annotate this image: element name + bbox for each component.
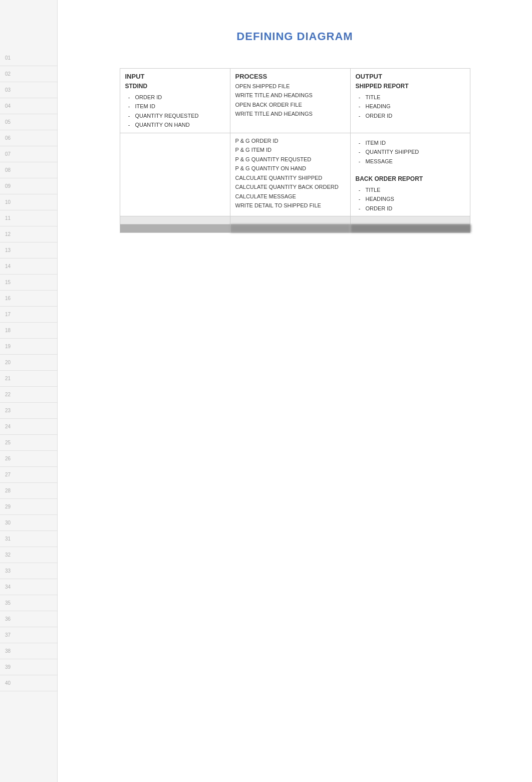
input-header-col: INPUT STDIND -ORDER ID -ITEM ID -QUANTIT… <box>120 69 230 133</box>
margin-line: 08 <box>0 162 57 178</box>
margin-line: 34 <box>0 579 57 595</box>
margin-line: 35 <box>0 595 57 611</box>
page-title: DEFINING DIAGRAM <box>78 30 512 43</box>
process-item: CALCULATE QUANTITY BACK ORDERD <box>235 182 345 192</box>
input-subheader: STDIND <box>125 82 225 91</box>
margin-line: 38 <box>0 643 57 659</box>
margin-line: 16 <box>0 291 57 307</box>
margin-line: 29 <box>0 499 57 515</box>
margin-line: 04 <box>0 98 57 114</box>
shipped-report-items-2: -ITEM ID -QUANTITY SHIPPED -MESSAGE <box>356 138 466 166</box>
process-item: P & G QUANTITY ON HAND <box>235 164 345 173</box>
process-items-list: OPEN SHIPPED FILE WRITE TITLE AND HEADIN… <box>235 82 345 119</box>
diagram-middle-row: P & G ORDER ID P & G ITEM ID P & G QUANT… <box>120 133 470 217</box>
output-middle-col: -ITEM ID -QUANTITY SHIPPED -MESSAGE BACK… <box>351 133 471 216</box>
shipped-report-items: -TITLE -HEADING -ORDER ID <box>356 93 466 121</box>
output-item: -HEADINGS <box>356 194 466 204</box>
margin-line: 40 <box>0 675 57 691</box>
margin-line: 36 <box>0 611 57 627</box>
input-header: INPUT <box>125 72 225 82</box>
process-header: PROCESS <box>235 72 345 82</box>
margin-line: 03 <box>0 82 57 98</box>
process-item: WRITE TITLE AND HEADINGS <box>235 91 345 100</box>
process-item: P & G ITEM ID <box>235 145 345 155</box>
output-item: -QUANTITY SHIPPED <box>356 147 466 157</box>
diagram-shaded-row-1 <box>120 216 470 224</box>
margin-line: 05 <box>0 114 57 130</box>
margin-line: 17 <box>0 307 57 323</box>
back-order-report-header: BACK ORDER REPORT <box>356 174 466 183</box>
margin-line: 27 <box>0 467 57 483</box>
page-container: 01 02 03 04 05 06 07 08 09 10 11 12 13 1… <box>0 0 532 782</box>
margin-line: 23 <box>0 403 57 419</box>
left-margin: 01 02 03 04 05 06 07 08 09 10 11 12 13 1… <box>0 0 58 782</box>
margin-line: 15 <box>0 275 57 291</box>
diagram-shaded-row-2 <box>120 224 470 232</box>
main-content: DEFINING DIAGRAM INPUT STDIND -ORDER ID … <box>58 0 532 782</box>
process-item: WRITE DETAIL TO SHIPPED FILE <box>235 201 345 210</box>
margin-line: 32 <box>0 547 57 563</box>
margin-line: 10 <box>0 194 57 210</box>
defining-diagram: INPUT STDIND -ORDER ID -ITEM ID -QUANTIT… <box>120 68 470 233</box>
diagram-header-row: INPUT STDIND -ORDER ID -ITEM ID -QUANTIT… <box>120 69 470 133</box>
margin-line: 14 <box>0 258 57 275</box>
input-item: -ORDER ID <box>125 93 225 102</box>
margin-line: 37 <box>0 627 57 643</box>
output-header-col: OUTPUT SHIPPED REPORT -TITLE -HEADING -O… <box>351 69 471 133</box>
margin-line: 02 <box>0 66 57 82</box>
margin-line: 12 <box>0 226 57 242</box>
margin-line: 19 <box>0 339 57 355</box>
output-item: -MESSAGE <box>356 157 466 166</box>
margin-line: 21 <box>0 371 57 387</box>
margin-line: 20 <box>0 355 57 371</box>
output-item: -HEADING <box>356 102 466 111</box>
margin-line: 18 <box>0 323 57 339</box>
margin-line: 09 <box>0 178 57 194</box>
process-header-col: PROCESS OPEN SHIPPED FILE WRITE TITLE AN… <box>230 69 351 133</box>
shipped-report-header: SHIPPED REPORT <box>356 82 466 91</box>
process-item: P & G ORDER ID <box>235 136 345 146</box>
output-item: -ORDER ID <box>356 111 466 121</box>
margin-line: 30 <box>0 515 57 531</box>
input-empty-col <box>120 133 230 216</box>
output-item: -ITEM ID <box>356 138 466 148</box>
output-item: -TITLE <box>356 93 466 102</box>
process-items-list-2: P & G ORDER ID P & G ITEM ID P & G QUANT… <box>235 136 345 210</box>
margin-line: 13 <box>0 242 57 258</box>
input-item: -QUANTITY REQUESTED <box>125 111 225 121</box>
margin-line: 25 <box>0 435 57 451</box>
margin-line: 31 <box>0 531 57 547</box>
margin-line: 22 <box>0 387 57 403</box>
margin-line: 28 <box>0 483 57 499</box>
output-header: OUTPUT <box>356 72 466 82</box>
input-item: -ITEM ID <box>125 102 225 111</box>
input-item: -QUANTITY ON HAND <box>125 120 225 130</box>
output-item: -ORDER ID <box>356 204 466 213</box>
process-item: CALCULATE QUANTITY SHIPPED <box>235 173 345 183</box>
margin-line: 07 <box>0 146 57 162</box>
process-item: OPEN BACK ORDER FILE <box>235 100 345 110</box>
margin-line: 26 <box>0 451 57 467</box>
margin-line: 01 <box>0 50 57 66</box>
margin-line: 06 <box>0 130 57 146</box>
process-item: P & G QUANTITY REQUSTED <box>235 155 345 164</box>
process-item: CALCULATE MESSAGE <box>235 192 345 201</box>
margin-line: 33 <box>0 563 57 579</box>
back-order-items: -TITLE -HEADINGS -ORDER ID <box>356 185 466 213</box>
process-item: OPEN SHIPPED FILE <box>235 82 345 91</box>
margin-line: 24 <box>0 419 57 435</box>
process-item: WRITE TITLE AND HEADINGS <box>235 109 345 119</box>
margin-line: 39 <box>0 659 57 675</box>
input-items-list: -ORDER ID -ITEM ID -QUANTITY REQUESTED -… <box>125 93 225 130</box>
output-item: -TITLE <box>356 185 466 195</box>
margin-line: 11 <box>0 210 57 226</box>
process-middle-col: P & G ORDER ID P & G ITEM ID P & G QUANT… <box>230 133 351 216</box>
